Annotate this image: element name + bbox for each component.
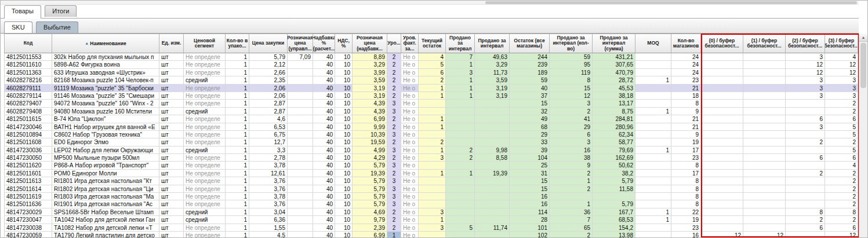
cell[interactable]: 1 bbox=[226, 216, 249, 224]
cell[interactable]: 40 bbox=[313, 185, 335, 193]
cell[interactable] bbox=[475, 193, 510, 200]
cell[interactable]: 46028279408 bbox=[4, 108, 52, 115]
cell[interactable]: 1 bbox=[635, 76, 671, 84]
cell[interactable]: 2 bbox=[786, 216, 825, 224]
cell[interactable]: 2,87 bbox=[249, 108, 288, 115]
cell[interactable]: 10 bbox=[335, 92, 353, 100]
cell[interactable]: 1 bbox=[226, 92, 249, 100]
cell[interactable]: 2,35 bbox=[249, 76, 288, 84]
cell[interactable]: 40 bbox=[313, 115, 335, 123]
cell[interactable]: 9 bbox=[671, 108, 701, 115]
cell[interactable] bbox=[288, 100, 313, 107]
cell[interactable]: 21 bbox=[671, 85, 701, 92]
table-row[interactable]: 48125011615В-74 Юла "Циклон"штНе определ… bbox=[4, 115, 859, 123]
cell[interactable]: 6 bbox=[825, 154, 858, 162]
cell[interactable]: Не определе bbox=[184, 200, 226, 208]
vertical-scrollbar[interactable]: ▲ bbox=[859, 34, 867, 237]
cell[interactable] bbox=[743, 85, 786, 92]
cell[interactable]: 2 bbox=[387, 138, 401, 146]
cell[interactable]: 3,76 bbox=[249, 185, 288, 193]
cell[interactable]: шт bbox=[159, 131, 184, 138]
cell[interactable] bbox=[743, 162, 786, 169]
cell[interactable]: 8 bbox=[671, 185, 701, 193]
cell[interactable] bbox=[701, 131, 743, 138]
cell[interactable]: Не о bbox=[401, 61, 419, 68]
cell[interactable]: 3,19 bbox=[475, 92, 510, 100]
cell[interactable]: 19,39 bbox=[475, 170, 510, 177]
cell[interactable]: 10 bbox=[335, 162, 353, 169]
cell[interactable] bbox=[419, 100, 446, 107]
cell[interactable]: 38,2 bbox=[593, 170, 635, 177]
cell[interactable]: 1 bbox=[226, 108, 249, 115]
cell[interactable]: 48125011613 bbox=[4, 177, 52, 185]
cell[interactable]: 12,61 bbox=[249, 170, 288, 177]
cell[interactable]: 2 bbox=[387, 61, 401, 68]
cell[interactable]: Не о bbox=[401, 108, 419, 115]
cell[interactable]: 40 bbox=[313, 69, 335, 76]
cell[interactable]: 3,78 bbox=[249, 193, 288, 200]
cell[interactable] bbox=[701, 138, 743, 146]
cell[interactable] bbox=[786, 162, 825, 169]
cell[interactable]: 2 bbox=[387, 154, 401, 162]
cell[interactable]: Не о bbox=[401, 92, 419, 100]
cell[interactable]: 2 bbox=[387, 69, 401, 76]
cell[interactable]: 10 bbox=[335, 123, 353, 131]
cell[interactable]: 46028279407 bbox=[4, 100, 52, 107]
cell[interactable] bbox=[288, 162, 313, 169]
cell[interactable]: 38 bbox=[550, 154, 593, 162]
cell[interactable]: 1 bbox=[419, 92, 446, 100]
cell[interactable]: 48125011608 bbox=[4, 138, 52, 146]
cell[interactable]: 1 bbox=[635, 108, 671, 115]
table-row[interactable]: 4602827911491146 Мозаика "puzzle" 35 "См… bbox=[4, 92, 859, 100]
cell[interactable]: 21 bbox=[671, 123, 701, 131]
cell[interactable]: Не о bbox=[401, 224, 419, 232]
cell[interactable]: 2 bbox=[387, 224, 401, 232]
cell[interactable]: 82168 Мозаика puzzle 104 Человек-п bbox=[52, 76, 159, 84]
cell[interactable]: 3 bbox=[446, 69, 475, 76]
cell[interactable] bbox=[419, 162, 446, 169]
table-row[interactable]: 48125011613RI1801 Игра детская настольна… bbox=[4, 177, 859, 185]
cell[interactable]: 45,53 bbox=[593, 85, 635, 92]
cell[interactable]: 40 bbox=[313, 138, 335, 146]
cell[interactable]: 48125011614 bbox=[4, 185, 52, 193]
cell[interactable]: Не определе bbox=[184, 162, 226, 169]
table-row[interactable]: 48147230038ТА1082 Набор для детской лепк… bbox=[4, 224, 859, 232]
column-header[interactable]: Розничная цена (управл... bbox=[288, 34, 313, 53]
cell[interactable]: 1 bbox=[226, 224, 249, 232]
cell[interactable]: 3 bbox=[387, 200, 401, 208]
cell[interactable]: 37 bbox=[510, 92, 550, 100]
cell[interactable]: 2 bbox=[786, 170, 825, 177]
cell[interactable] bbox=[446, 177, 475, 185]
cell[interactable]: 5,79 bbox=[593, 200, 635, 208]
cell[interactable] bbox=[288, 61, 313, 68]
cell[interactable] bbox=[635, 115, 671, 123]
cell[interactable]: 3 bbox=[387, 147, 401, 154]
cell[interactable] bbox=[743, 147, 786, 154]
table-row[interactable]: 4602827940894080 Мозаика puzzle 160 Мсти… bbox=[4, 108, 859, 115]
cell[interactable]: 29 bbox=[550, 123, 593, 131]
cell[interactable] bbox=[743, 53, 786, 61]
cell[interactable]: 4,69 bbox=[353, 208, 387, 216]
cell[interactable]: 28 bbox=[510, 216, 550, 224]
cell[interactable]: Не определе bbox=[184, 100, 226, 107]
cell[interactable] bbox=[743, 123, 786, 131]
column-header[interactable]: Остаток (все магазины) bbox=[510, 34, 550, 53]
cell[interactable]: 2,12 bbox=[249, 61, 288, 68]
table-row[interactable]: 4602827940794072 Мозаика "puzzle" 160 "W… bbox=[4, 100, 859, 107]
cell[interactable]: 3 bbox=[786, 123, 825, 131]
cell[interactable]: 40 bbox=[313, 200, 335, 208]
cell[interactable]: RI1803 Игра детская настольная "Ма bbox=[52, 193, 159, 200]
cell[interactable]: 2 bbox=[387, 208, 401, 216]
cell[interactable]: 24 bbox=[671, 61, 701, 68]
cell[interactable]: 154,2 bbox=[593, 224, 635, 232]
cell[interactable]: 40 bbox=[313, 147, 335, 154]
cell[interactable]: 48125011636 bbox=[4, 200, 52, 208]
cell[interactable] bbox=[288, 185, 313, 193]
cell[interactable] bbox=[701, 147, 743, 154]
cell[interactable]: Не о bbox=[401, 123, 419, 131]
cell[interactable]: 17 bbox=[671, 147, 701, 154]
cell[interactable]: 7 bbox=[446, 53, 475, 61]
cell[interactable]: шт bbox=[159, 85, 184, 92]
cell[interactable] bbox=[288, 208, 313, 216]
cell[interactable] bbox=[701, 185, 743, 193]
